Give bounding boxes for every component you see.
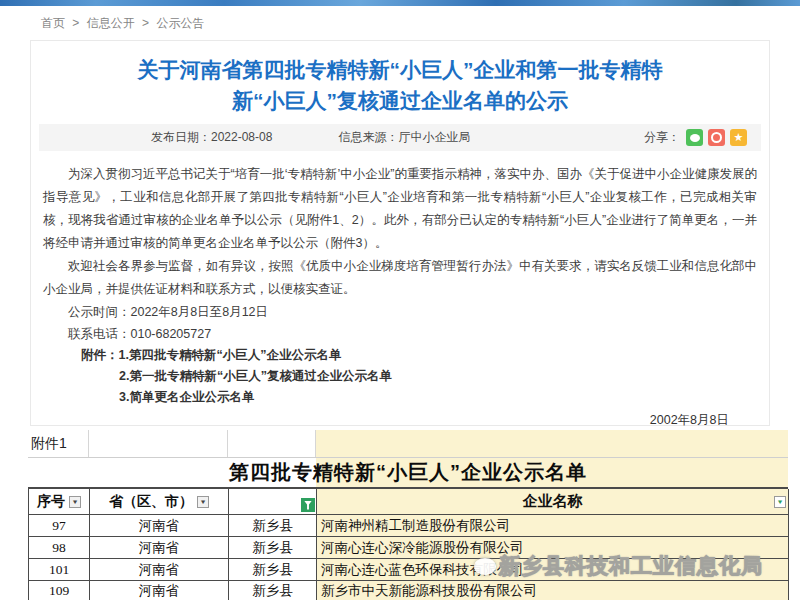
cell-index: 109 bbox=[29, 581, 90, 600]
filter-dropdown-icon[interactable] bbox=[774, 496, 786, 508]
empty-cell bbox=[316, 430, 788, 457]
cell-index: 101 bbox=[29, 559, 90, 581]
breadcrumb-separator: > bbox=[142, 16, 149, 30]
breadcrumb-current: 公示公告 bbox=[156, 16, 204, 30]
cell-province: 河南省 bbox=[90, 515, 229, 537]
breadcrumb-section[interactable]: 信息公开 bbox=[87, 16, 135, 30]
page-title: 关于河南省第四批专精特新“小巨人”企业和第一批专精特 新“小巨人”复核通过企业名… bbox=[69, 54, 731, 116]
column-header-county bbox=[229, 489, 317, 515]
attachments-label: 附件： bbox=[81, 348, 119, 362]
sign-date: 2002年8月8日 bbox=[43, 412, 757, 429]
cell-province: 河南省 bbox=[90, 537, 229, 559]
funnel-icon bbox=[304, 501, 312, 510]
contact-phone: 联系电话：010-68205727 bbox=[43, 323, 757, 345]
article-body: 为深入贯彻习近平总书记关于“培育一批‘专精特新’中小企业”的重要指示精神，落实中… bbox=[43, 163, 757, 429]
filter-dropdown-icon[interactable] bbox=[69, 496, 81, 508]
attachment-item: 附件：1.第四批专精特新“小巨人”企业公示名单 bbox=[43, 345, 757, 366]
attachment-spreadsheet: 附件1 第四批专精特新“小巨人”企业公示名单 序号 省（区、市） bbox=[28, 430, 788, 600]
attachment-link-1[interactable]: 1.第四批专精特新“小巨人”企业公示名单 bbox=[119, 348, 342, 362]
sheet-grid: 序号 省（区、市） 企业名称 97 河南省 新 bbox=[28, 487, 788, 600]
breadcrumb-home[interactable]: 首页 bbox=[41, 16, 65, 30]
column-header-province: 省（区、市） bbox=[90, 489, 229, 515]
article-meta-bar: 发布日期：2022-08-08 信息来源：厅中小企业局 分享： bbox=[39, 124, 761, 151]
sheet-corner-row: 附件1 bbox=[28, 430, 788, 458]
cell-company: 河南心连心深冷能源股份有限公司 bbox=[317, 537, 789, 559]
share-bar: 分享： bbox=[644, 129, 747, 146]
info-source: 信息来源：厅中小企业局 bbox=[338, 129, 470, 146]
breadcrumb: 首页 > 信息公开 > 公示公告 bbox=[41, 15, 208, 32]
favorite-star-icon[interactable] bbox=[730, 129, 747, 146]
table-row: 109 河南省 新乡县 新乡市中天新能源科技股份有限公司 bbox=[29, 581, 788, 600]
cell-index: 97 bbox=[29, 515, 90, 537]
article-panel: 关于河南省第四批专精特新“小巨人”企业和第一批专精特 新“小巨人”复核通过企业名… bbox=[30, 40, 770, 426]
breadcrumb-separator: > bbox=[72, 16, 79, 30]
empty-cell bbox=[228, 430, 316, 457]
cell-province: 河南省 bbox=[90, 559, 229, 581]
attachment-link-3[interactable]: 3.简单更名企业公示名单 bbox=[43, 387, 757, 408]
filter-dropdown-icon[interactable] bbox=[197, 496, 209, 508]
publish-date: 发布日期：2022-08-08 bbox=[151, 129, 272, 146]
table-row: 98 河南省 新乡县 河南心连心深冷能源股份有限公司 bbox=[29, 537, 788, 559]
table-header-row: 序号 省（区、市） 企业名称 bbox=[29, 489, 788, 515]
wechat-share-icon[interactable] bbox=[686, 129, 703, 146]
share-label: 分享： bbox=[644, 129, 680, 146]
column-header-index: 序号 bbox=[29, 489, 90, 515]
empty-cell bbox=[89, 430, 228, 457]
attachment-number-label: 附件1 bbox=[28, 430, 89, 457]
cell-company: 河南心连心蓝色环保科技有限公司 bbox=[317, 559, 789, 581]
column-header-label: 序号 bbox=[37, 493, 65, 511]
sheet-title-row: 第四批专精特新“小巨人”企业公示名单 bbox=[28, 458, 788, 487]
page-title-line1: 关于河南省第四批专精特新“小巨人”企业和第一批专精特 bbox=[69, 54, 731, 85]
cell-company: 河南神州精工制造股份有限公司 bbox=[317, 515, 789, 537]
cell-company: 新乡市中天新能源科技股份有限公司 bbox=[317, 581, 789, 600]
weibo-share-icon[interactable] bbox=[708, 129, 725, 146]
column-header-label: 省（区、市） bbox=[109, 493, 193, 511]
filter-applied-icon[interactable] bbox=[301, 498, 315, 512]
column-header-company: 企业名称 bbox=[317, 489, 789, 515]
cell-county: 新乡县 bbox=[229, 515, 317, 537]
page-title-line2: 新“小巨人”复核通过企业名单的公示 bbox=[69, 85, 731, 116]
cell-index: 98 bbox=[29, 537, 90, 559]
cell-county: 新乡县 bbox=[229, 581, 317, 600]
cell-county: 新乡县 bbox=[229, 559, 317, 581]
attachment-link-2[interactable]: 2.第一批专精特新“小巨人”复核通过企业公示名单 bbox=[43, 366, 757, 387]
cell-county: 新乡县 bbox=[229, 537, 317, 559]
paragraph: 欢迎社会各界参与监督，如有异议，按照《优质中小企业梯度培育管理暂行办法》中有关要… bbox=[43, 255, 757, 301]
attachments-list: 附件：1.第四批专精特新“小巨人”企业公示名单 2.第一批专精特新“小巨人”复核… bbox=[43, 345, 757, 408]
table-row: 101 河南省 新乡县 河南心连心蓝色环保科技有限公司 bbox=[29, 559, 788, 581]
page: 首页 > 信息公开 > 公示公告 关于河南省第四批专精特新“小巨人”企业和第一批… bbox=[0, 0, 800, 600]
table-title: 第四批专精特新“小巨人”企业公示名单 bbox=[28, 458, 788, 487]
cell-province: 河南省 bbox=[90, 581, 229, 600]
table-row: 97 河南省 新乡县 河南神州精工制造股份有限公司 bbox=[29, 515, 788, 537]
notice-time: 公示时间：2022年8月8日至8月12日 bbox=[43, 301, 757, 323]
top-decoration-bar bbox=[0, 0, 800, 6]
paragraph: 为深入贯彻习近平总书记关于“培育一批‘专精特新’中小企业”的重要指示精神，落实中… bbox=[43, 163, 757, 255]
column-header-label: 企业名称 bbox=[523, 492, 583, 511]
